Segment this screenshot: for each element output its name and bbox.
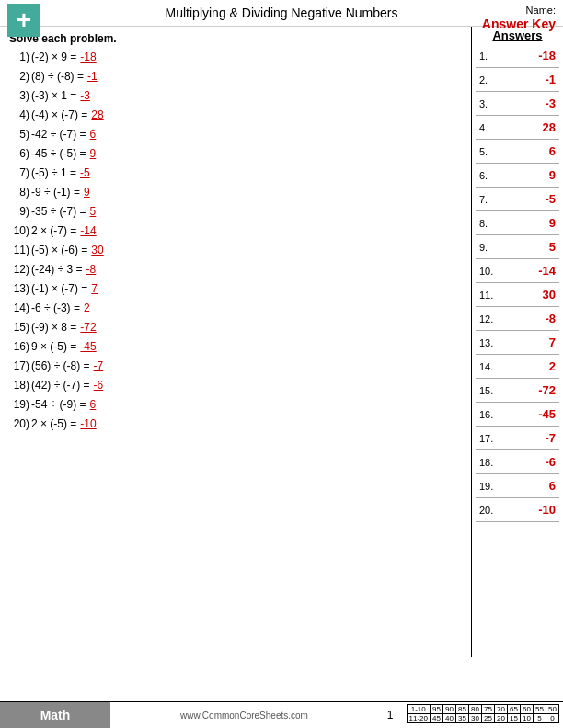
- problem-row: 6) -45 ÷ (-5) = 9: [9, 145, 462, 162]
- answer-value: -10: [538, 503, 556, 517]
- answer-row: 10. -14: [476, 259, 559, 283]
- problem-text: (-5) × (-6) =: [31, 242, 87, 258]
- problem-row: 8) -9 ÷ (-1) = 9: [9, 184, 462, 200]
- problem-row: 15) (-9) × 8 = -72: [9, 319, 462, 336]
- problem-text: (56) ÷ (-8) =: [31, 358, 90, 374]
- problems-area: Solve each problem. 1) (-2) × 9 = -18 2)…: [0, 27, 471, 657]
- scoring-cell: 85: [456, 705, 469, 714]
- answer-row: 5. 6: [476, 140, 559, 164]
- answers-list: 1. -18 2. -1 3. -3 4. 28 5. 6 6. 9 7. -5…: [476, 44, 559, 522]
- problem-row: 20) 2 × (-5) = -10: [9, 415, 462, 432]
- answer-value: -18: [538, 49, 556, 63]
- answer-number: 3.: [479, 98, 496, 109]
- problem-text: (-5) ÷ 1 =: [31, 165, 76, 181]
- problem-row: 11) (-5) × (-6) = 30: [9, 242, 462, 258]
- solve-label: Solve each problem.: [9, 32, 462, 45]
- answer-value: 5: [549, 240, 556, 254]
- answer-row: 15. -72: [476, 379, 559, 403]
- problem-answer: 6: [90, 396, 118, 413]
- problem-row: 14) -6 ÷ (-3) = 2: [9, 300, 462, 316]
- problem-row: 4) (-4) × (-7) = 28: [9, 107, 462, 123]
- problem-answer: -10: [80, 415, 108, 432]
- answer-number: 2.: [479, 74, 496, 85]
- answer-number: 6.: [479, 170, 496, 181]
- problem-row: 3) (-3) × 1 = -3: [9, 87, 462, 104]
- problem-number: 2): [9, 68, 29, 85]
- answer-number: 19.: [479, 481, 496, 492]
- problem-row: 19) -54 ÷ (-9) = 6: [9, 396, 462, 413]
- answer-number: 1.: [479, 51, 496, 62]
- answer-row: 17. -7: [476, 427, 559, 450]
- problem-answer: 28: [91, 107, 119, 123]
- answer-value: -14: [538, 264, 556, 278]
- problem-answer: 9: [90, 145, 118, 162]
- answer-row: 2. -1: [476, 68, 559, 92]
- header: + Multiplying & Dividing Negative Number…: [0, 0, 563, 27]
- problem-number: 8): [9, 184, 29, 200]
- answer-number: 12.: [479, 313, 496, 324]
- problem-number: 20): [9, 415, 29, 432]
- answer-row: 9. 5: [476, 235, 559, 259]
- answer-value: -7: [545, 431, 556, 445]
- problem-answer: 6: [90, 126, 118, 142]
- problem-number: 3): [9, 87, 29, 104]
- problem-text: -45 ÷ (-5) =: [31, 145, 86, 162]
- footer-website: www.CommonCoreSheets.com: [110, 702, 378, 728]
- problem-answer: 2: [84, 300, 111, 316]
- problem-row: 1) (-2) × 9 = -18: [9, 49, 462, 65]
- answer-number: 11.: [479, 290, 496, 301]
- problem-answer: -6: [94, 377, 121, 393]
- answer-number: 16.: [479, 409, 496, 420]
- problem-answer: -3: [80, 87, 108, 104]
- answers-column: Answers 1. -18 2. -1 3. -3 4. 28 5. 6 6.…: [471, 27, 563, 657]
- problem-number: 12): [9, 261, 29, 278]
- answer-value: -1: [545, 73, 556, 86]
- scoring-cell: 50: [546, 705, 559, 714]
- answer-number: 17.: [479, 433, 496, 444]
- scoring-cell: 45: [431, 714, 443, 723]
- page-title: Multiplying & Dividing Negative Numbers: [166, 6, 398, 20]
- problem-row: 2) (8) ÷ (-8) = -1: [9, 68, 462, 85]
- scoring-label: 11-20: [407, 714, 430, 723]
- problem-number: 10): [9, 222, 29, 239]
- logo-plus-icon: +: [17, 7, 31, 33]
- problem-answer: 5: [90, 203, 118, 220]
- answer-row: 7. -5: [476, 188, 559, 211]
- problem-row: 5) -42 ÷ (-7) = 6: [9, 126, 462, 142]
- answer-row: 13. 7: [476, 331, 559, 355]
- answer-key-label: Answer Key: [482, 17, 556, 31]
- problem-answer: -7: [94, 358, 121, 374]
- problem-answer: -8: [86, 261, 114, 278]
- problem-number: 6): [9, 145, 29, 162]
- answer-value: -8: [545, 312, 556, 325]
- scoring-cell: 95: [431, 705, 443, 714]
- answer-number: 9.: [479, 242, 496, 253]
- problem-row: 10) 2 × (-7) = -14: [9, 222, 462, 239]
- answer-row: 12. -8: [476, 307, 559, 331]
- answer-number: 8.: [479, 218, 496, 229]
- problem-answer: 9: [84, 184, 111, 200]
- problem-answer: -18: [80, 49, 108, 65]
- problem-row: 18) (42) ÷ (-7) = -6: [9, 377, 462, 393]
- problem-text: -42 ÷ (-7) =: [31, 126, 86, 142]
- problem-answer: 30: [91, 242, 119, 258]
- scoring-cell: 5: [534, 714, 546, 723]
- problem-text: -35 ÷ (-7) =: [31, 203, 86, 220]
- scoring-cell: 25: [482, 714, 495, 723]
- problem-row: 13) (-1) × (-7) = 7: [9, 280, 462, 297]
- problem-text: (-1) × (-7) =: [31, 280, 87, 297]
- footer-main: Math www.CommonCoreSheets.com 1 1-109590…: [0, 702, 563, 728]
- answer-number: 5.: [479, 146, 496, 157]
- answer-value: -72: [538, 383, 556, 397]
- problem-answer: -72: [80, 319, 108, 336]
- answer-row: 8. 9: [476, 211, 559, 235]
- problem-text: -6 ÷ (-3) =: [31, 300, 80, 316]
- problem-number: 13): [9, 280, 29, 297]
- problem-row: 12) (-24) ÷ 3 = -8: [9, 261, 462, 278]
- problem-number: 18): [9, 377, 29, 393]
- logo: +: [7, 4, 40, 37]
- answer-value: 28: [543, 120, 556, 134]
- answer-row: 4. 28: [476, 116, 559, 140]
- problem-answer: 7: [91, 280, 119, 297]
- scoring-table: 1-109590858075706560555011-2045403530252…: [407, 704, 559, 723]
